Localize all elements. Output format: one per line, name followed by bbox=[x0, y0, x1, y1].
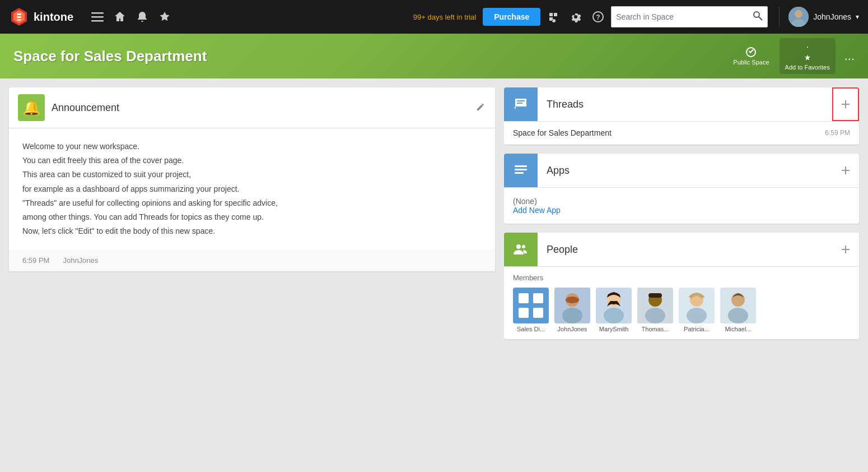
member-item[interactable]: Sales Di... bbox=[513, 288, 549, 332]
announcement-card: 🔔 Announcement Welcome to your new works… bbox=[9, 87, 495, 271]
nav-right-icons: ? bbox=[547, 11, 604, 23]
search-button[interactable] bbox=[753, 11, 763, 24]
thread-item[interactable]: Space for Sales Department6:59 PM bbox=[504, 122, 859, 145]
announcement-footer: 6:59 PM JohnJones bbox=[9, 249, 495, 271]
public-space-button[interactable]: Public Space bbox=[727, 43, 774, 69]
svg-rect-4 bbox=[17, 19, 21, 21]
kintone-logo-icon bbox=[9, 7, 29, 27]
user-area: JohnJones ▾ bbox=[779, 7, 859, 27]
members-label: Members bbox=[513, 274, 850, 282]
nav-icons-group bbox=[91, 11, 407, 23]
people-content: Members Sales Di... JohnJones MarySmith … bbox=[504, 267, 859, 339]
svg-rect-30 bbox=[519, 308, 529, 318]
svg-point-24 bbox=[522, 245, 525, 248]
apps-title: Apps bbox=[538, 165, 832, 177]
favorites-button[interactable] bbox=[158, 11, 171, 23]
svg-point-45 bbox=[687, 308, 707, 323]
left-panel: 🔔 Announcement Welcome to your new works… bbox=[0, 78, 504, 472]
app-market-button[interactable] bbox=[547, 11, 559, 23]
logo-text: kintone bbox=[34, 11, 73, 24]
more-options-button[interactable]: ... bbox=[840, 45, 859, 67]
trial-text: 99+ days left in trial bbox=[413, 13, 476, 21]
home-button[interactable] bbox=[114, 11, 126, 23]
apps-none-label: (None) bbox=[513, 197, 850, 206]
thread-title: Space for Sales Department bbox=[513, 128, 612, 137]
member-item[interactable]: MarySmith bbox=[596, 288, 632, 332]
logo-area: kintone bbox=[9, 7, 73, 27]
space-header: Space for Sales Department Public Space … bbox=[0, 34, 868, 78]
add-new-app-link[interactable]: Add New App bbox=[513, 206, 561, 215]
member-item[interactable]: JohnJones bbox=[554, 288, 590, 332]
member-avatar bbox=[637, 288, 673, 323]
member-item[interactable]: Michael... bbox=[720, 288, 756, 332]
apps-add-button[interactable] bbox=[832, 154, 859, 187]
svg-point-35 bbox=[566, 297, 579, 303]
people-add-button[interactable] bbox=[832, 233, 859, 266]
svg-rect-7 bbox=[91, 20, 104, 22]
svg-rect-5 bbox=[91, 12, 104, 14]
purchase-button[interactable]: Purchase bbox=[483, 8, 540, 26]
public-space-label: Public Space bbox=[733, 59, 769, 66]
svg-rect-29 bbox=[533, 293, 543, 303]
user-dropdown-arrow[interactable]: ▾ bbox=[856, 13, 859, 21]
announcement-title: Announcement bbox=[52, 102, 119, 114]
threads-icon bbox=[504, 87, 538, 121]
user-name: JohnJones bbox=[813, 12, 851, 21]
bookmark-icon bbox=[802, 54, 813, 63]
member-name: Michael... bbox=[725, 326, 751, 332]
svg-point-34 bbox=[562, 308, 582, 323]
svg-rect-19 bbox=[515, 169, 527, 170]
help-button[interactable]: ? bbox=[592, 11, 604, 23]
apps-section: Apps (None) Add New App bbox=[504, 154, 859, 224]
svg-point-13 bbox=[795, 10, 802, 18]
svg-point-41 bbox=[645, 308, 665, 323]
svg-rect-28 bbox=[519, 293, 529, 303]
menu-button[interactable] bbox=[91, 11, 104, 23]
member-name: Patricia... bbox=[684, 326, 710, 332]
svg-point-15 bbox=[807, 47, 808, 48]
member-name: Thomas... bbox=[642, 326, 669, 332]
people-section: People Members Sales Di... JohnJones Mar… bbox=[504, 233, 859, 339]
svg-rect-2 bbox=[17, 13, 21, 15]
settings-button[interactable] bbox=[570, 11, 582, 23]
members-grid: Sales Di... JohnJones MarySmith Thomas..… bbox=[513, 288, 850, 332]
thread-time: 6:59 PM bbox=[825, 129, 850, 137]
member-avatar bbox=[596, 288, 632, 323]
threads-list: Space for Sales Department6:59 PM bbox=[504, 122, 859, 145]
apps-icon bbox=[504, 154, 538, 187]
member-item[interactable]: Thomas... bbox=[637, 288, 673, 332]
space-header-actions: Public Space Add to Favorites ... bbox=[727, 38, 859, 74]
member-avatar bbox=[554, 288, 590, 323]
member-avatar bbox=[513, 288, 549, 323]
threads-add-button[interactable] bbox=[832, 87, 859, 121]
announcement-edit-button[interactable] bbox=[476, 101, 486, 114]
announcement-author: JohnJones bbox=[63, 256, 98, 265]
add-favorites-button[interactable]: Add to Favorites bbox=[780, 38, 836, 74]
space-title: Space for Sales Department bbox=[13, 48, 207, 65]
user-avatar-top bbox=[788, 7, 809, 27]
member-item[interactable]: Patricia... bbox=[679, 288, 715, 332]
search-area bbox=[611, 6, 768, 27]
threads-title: Threads bbox=[538, 99, 832, 110]
svg-rect-18 bbox=[515, 165, 527, 167]
search-input[interactable] bbox=[616, 12, 753, 21]
main-layout: 🔔 Announcement Welcome to your new works… bbox=[0, 78, 868, 472]
svg-line-11 bbox=[759, 17, 762, 20]
svg-rect-3 bbox=[17, 16, 21, 18]
right-panel: Threads Space for Sales Department6:59 P… bbox=[504, 78, 868, 472]
svg-rect-6 bbox=[91, 16, 104, 18]
svg-rect-31 bbox=[533, 308, 543, 318]
notifications-button[interactable] bbox=[136, 11, 148, 23]
announcement-header: 🔔 Announcement bbox=[9, 87, 495, 128]
apps-section-header: Apps bbox=[504, 154, 859, 188]
add-favorites-label: Add to Favorites bbox=[785, 64, 830, 71]
add-favorites-icon bbox=[802, 41, 813, 53]
announcement-timestamp: 6:59 PM bbox=[22, 256, 49, 265]
svg-text:?: ? bbox=[596, 13, 600, 21]
people-title: People bbox=[538, 244, 832, 256]
public-space-icon bbox=[745, 47, 757, 58]
member-name: MarySmith bbox=[599, 326, 629, 332]
apps-content: (None) Add New App bbox=[504, 188, 859, 224]
threads-section: Threads Space for Sales Department6:59 P… bbox=[504, 87, 859, 145]
people-section-header: People bbox=[504, 233, 859, 267]
